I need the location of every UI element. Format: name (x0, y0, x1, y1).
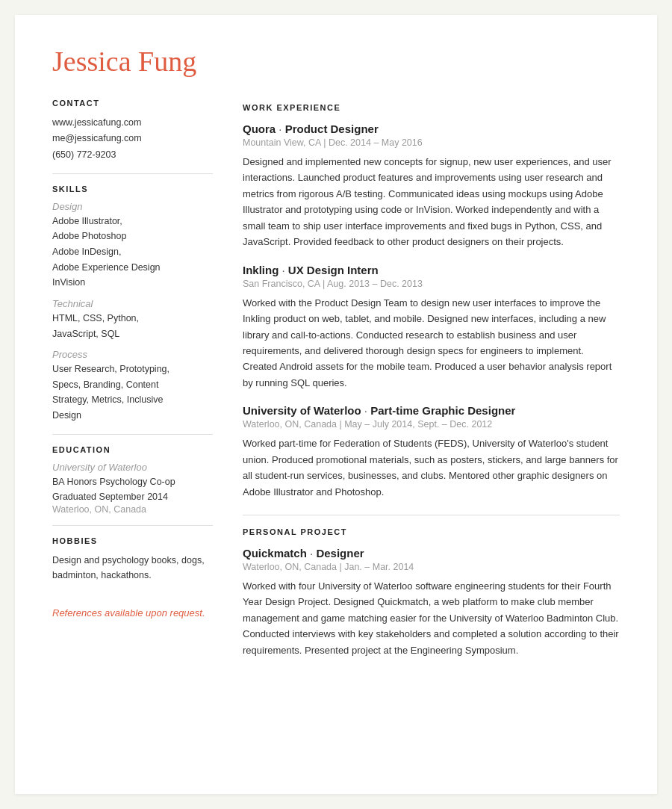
website: www.jessicafung.com (52, 115, 213, 131)
job-quora-company: Quora (243, 123, 276, 135)
main-layout: CONTACT www.jessicafung.com me@jessicafu… (52, 99, 620, 673)
education-heading: EDUCATION (52, 445, 213, 454)
edu-location: Waterloo, ON, Canada (52, 504, 213, 515)
job-uwaterloo-meta: Waterloo, ON, Canada | May – July 2014, … (243, 419, 620, 430)
skill-list-design: Adobe Illustrator,Adobe PhotoshopAdobe I… (52, 214, 213, 291)
project-quickmatch-role: Designer (316, 547, 364, 560)
contact-heading: CONTACT (52, 99, 213, 108)
edu-school: University of Waterloo (52, 462, 213, 473)
job-quora-sep: · (279, 123, 284, 135)
sidebar: CONTACT www.jessicafung.com me@jessicafu… (52, 99, 213, 673)
skill-category-technical: Technical (52, 298, 213, 309)
job-quora-pipe: | (323, 137, 329, 148)
candidate-name: Jessica Fung (52, 45, 620, 78)
job-uwaterloo-role: Part-time Graphic Designer (370, 404, 515, 417)
personal-project-heading: PERSONAL PROJECT (243, 527, 620, 536)
job-inkling-title: Inkling · UX Design Intern (243, 264, 620, 276)
project-quickmatch-meta: Waterloo, ON, Canada | Jan. – Mar. 2014 (243, 562, 620, 572)
personal-project-section: PERSONAL PROJECT Quickmatch · Designer W… (243, 527, 620, 658)
hobbies-heading: HOBBIES (52, 536, 213, 545)
job-quora-role: Product Designer (285, 123, 379, 135)
divider-1 (52, 173, 213, 174)
job-uwaterloo-title: University of Waterloo · Part-time Graph… (243, 404, 620, 417)
job-uwaterloo-dates: May – July 2014, Sept. – Dec. 2012 (344, 419, 492, 430)
skill-process: Process User Research, Prototyping,Specs… (52, 349, 213, 424)
skill-list-process: User Research, Prototyping,Specs, Brandi… (52, 362, 213, 424)
job-inkling-location: San Francisco, CA (243, 279, 320, 289)
divider-2 (52, 434, 213, 435)
job-quora-meta: Mountain View, CA | Dec. 2014 – May 2016 (243, 137, 620, 148)
job-uwaterloo-company: University of Waterloo (243, 404, 361, 417)
job-quora-dates: Dec. 2014 – May 2016 (329, 137, 423, 148)
education-section: EDUCATION University of Waterloo BA Hono… (52, 445, 213, 515)
divider-3 (52, 525, 213, 526)
job-inkling-description: Worked with the Product Design Team to d… (243, 295, 620, 391)
resume-container: Jessica Fung CONTACT www.jessicafung.com… (15, 15, 657, 794)
project-quickmatch-title: Quickmatch · Designer (243, 547, 620, 560)
job-inkling-sep: · (282, 264, 288, 276)
skills-section: SKILLS Design Adobe Illustrator,Adobe Ph… (52, 185, 213, 424)
skill-technical: Technical HTML, CSS, Python,JavaScript, … (52, 298, 213, 341)
project-quickmatch-location: Waterloo, ON, Canada (243, 562, 337, 572)
contact-section: CONTACT www.jessicafung.com me@jessicafu… (52, 99, 213, 163)
skill-category-process: Process (52, 349, 213, 360)
job-uwaterloo-description: Worked part-time for Federation of Stude… (243, 436, 620, 500)
section-divider (243, 515, 620, 515)
skill-list-technical: HTML, CSS, Python,JavaScript, SQL (52, 311, 213, 341)
job-inkling-meta: San Francisco, CA | Aug. 2013 – Dec. 201… (243, 279, 620, 289)
job-inkling: Inkling · UX Design Intern San Francisco… (243, 264, 620, 391)
edu-degree: BA Honors Psychology Co-op (52, 474, 213, 489)
project-quickmatch-company: Quickmatch (243, 547, 307, 560)
main-content: WORK EXPERIENCE Quora · Product Designer… (243, 99, 620, 673)
skill-category-design: Design (52, 201, 213, 212)
job-inkling-role: UX Design Intern (288, 264, 379, 276)
phone: (650) 772-9203 (52, 147, 213, 163)
edu-graduated: Graduated September 2014 (52, 489, 213, 504)
project-quickmatch: Quickmatch · Designer Waterloo, ON, Cana… (243, 547, 620, 658)
job-quora: Quora · Product Designer Mountain View, … (243, 123, 620, 250)
project-quickmatch-description: Worked with four University of Waterloo … (243, 578, 620, 658)
job-uwaterloo-sep: · (364, 404, 370, 417)
references-text: References available upon request. (52, 606, 213, 621)
job-quora-location: Mountain View, CA (243, 137, 321, 148)
skills-heading: SKILLS (52, 185, 213, 193)
work-experience-section: WORK EXPERIENCE Quora · Product Designer… (243, 103, 620, 500)
hobbies-text: Design and psychology books, dogs, badmi… (52, 553, 213, 583)
skill-design: Design Adobe Illustrator,Adobe Photoshop… (52, 201, 213, 291)
hobbies-section: HOBBIES Design and psychology books, dog… (52, 536, 213, 583)
job-uwaterloo-location: Waterloo, ON, Canada (243, 419, 337, 430)
work-experience-heading: WORK EXPERIENCE (243, 103, 620, 112)
job-quora-title: Quora · Product Designer (243, 123, 620, 135)
job-uwaterloo: University of Waterloo · Part-time Graph… (243, 404, 620, 500)
email: me@jessicafung.com (52, 131, 213, 146)
job-quora-description: Designed and implemented new concepts fo… (243, 154, 620, 250)
job-inkling-dates: Aug. 2013 – Dec. 2013 (327, 279, 423, 289)
project-quickmatch-dates: Jan. – Mar. 2014 (344, 562, 414, 572)
job-inkling-company: Inkling (243, 264, 279, 276)
